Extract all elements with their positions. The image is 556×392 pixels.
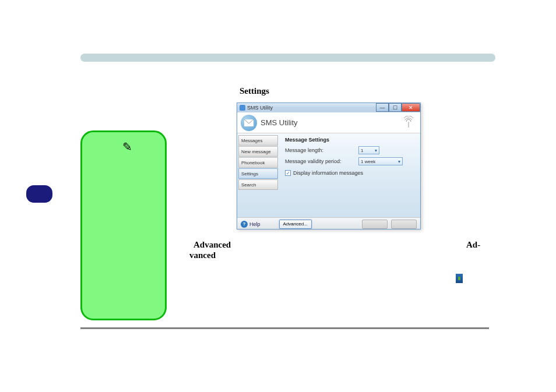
chevron-down-icon: ▾ bbox=[375, 148, 377, 153]
bottom-divider bbox=[80, 327, 489, 329]
body-text-advanced-1: Advanced bbox=[193, 240, 231, 250]
pen-icon: ✎ bbox=[122, 140, 132, 154]
message-length-value: 1 bbox=[361, 148, 363, 153]
body-text-advanced-3: vanced bbox=[189, 250, 216, 260]
section-title: Message Settings bbox=[285, 137, 414, 143]
close-button[interactable]: ✕ bbox=[402, 103, 420, 112]
display-info-checkbox[interactable]: ✓ bbox=[285, 170, 291, 176]
settings-heading: Settings bbox=[240, 86, 269, 96]
window-footer: ? Help Advanced... bbox=[237, 217, 420, 229]
side-tab-indicator bbox=[26, 185, 52, 203]
window-titlebar[interactable]: SMS Utility — ☐ ✕ bbox=[237, 103, 420, 112]
sidebar-item-new-message[interactable]: New message bbox=[238, 146, 278, 157]
note-panel bbox=[80, 130, 167, 320]
settings-panel: Message Settings Message length: 1 ▾ Mes… bbox=[279, 133, 420, 217]
app-title: SMS Utility bbox=[261, 118, 298, 127]
sim-card-icon bbox=[456, 274, 463, 283]
sidebar-item-settings[interactable]: Settings bbox=[238, 168, 278, 179]
sms-utility-window: SMS Utility — ☐ ✕ SMS Utility Messages N… bbox=[237, 103, 421, 229]
antenna-icon bbox=[402, 116, 416, 131]
app-header: SMS Utility bbox=[237, 112, 420, 133]
footer-button-2[interactable] bbox=[391, 220, 417, 229]
validity-period-value: 1 week bbox=[361, 159, 375, 164]
advanced-button[interactable]: Advanced... bbox=[279, 220, 312, 229]
sidebar-nav: Messages New message Phonebook Settings … bbox=[237, 133, 279, 217]
message-length-dropdown[interactable]: 1 ▾ bbox=[358, 146, 379, 154]
maximize-button[interactable]: ☐ bbox=[389, 103, 402, 112]
envelope-icon bbox=[241, 115, 257, 131]
help-icon: ? bbox=[241, 221, 248, 228]
footer-button-1[interactable] bbox=[362, 220, 388, 229]
sidebar-item-messages[interactable]: Messages bbox=[238, 135, 278, 146]
validity-period-dropdown[interactable]: 1 week ▾ bbox=[358, 157, 403, 165]
minimize-button[interactable]: — bbox=[376, 103, 389, 112]
window-title-text: SMS Utility bbox=[247, 105, 273, 111]
display-info-label: Display information messages bbox=[293, 170, 363, 176]
advanced-button-label: Advanced... bbox=[283, 221, 308, 227]
window-title-icon bbox=[240, 105, 245, 111]
help-link[interactable]: ? Help bbox=[241, 221, 261, 228]
chevron-down-icon: ▾ bbox=[398, 159, 400, 164]
sidebar-item-search[interactable]: Search bbox=[238, 179, 278, 190]
help-label: Help bbox=[249, 221, 261, 227]
sidebar-item-phonebook[interactable]: Phonebook bbox=[238, 157, 278, 168]
message-length-label: Message length: bbox=[285, 147, 355, 153]
validity-period-label: Message validity period: bbox=[285, 158, 355, 164]
top-divider-bar bbox=[80, 54, 495, 62]
body-text-advanced-2: Ad- bbox=[466, 240, 480, 250]
